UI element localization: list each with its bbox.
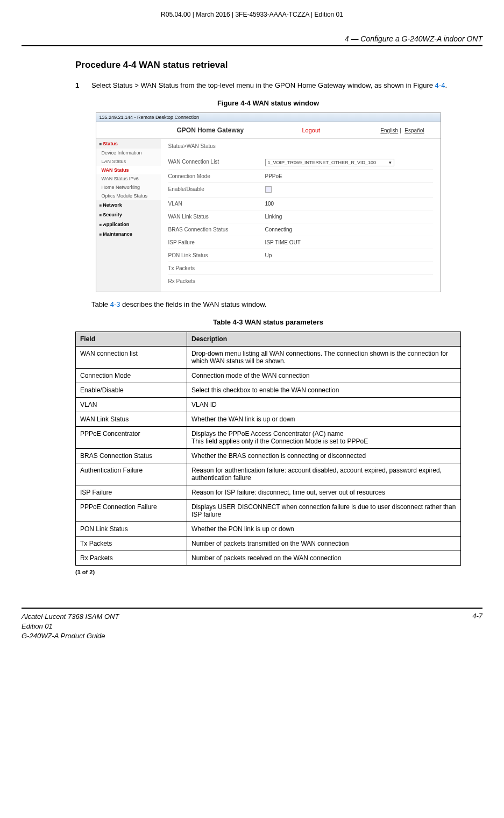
wan-status-parameters-table: Field Description WAN connection listDro… xyxy=(75,332,461,566)
status-row-label: WAN Connection List xyxy=(168,159,265,166)
table-row: BRAS Connection StatusWhether the BRAS c… xyxy=(76,449,461,463)
table-row: PPPoE ConcentratorDisplays the PPPoE Acc… xyxy=(76,427,461,449)
procedure-title: Procedure 4-4 WAN status retrieval xyxy=(75,60,461,70)
doc-revision-line: R05.04.00 | March 2016 | 3FE-45933-AAAA-… xyxy=(22,11,482,18)
table-cell-description: Whether the BRAS connection is connectin… xyxy=(187,449,461,463)
sidebar-group-security[interactable]: ■Security xyxy=(96,210,161,220)
status-row-label: ISP Failure xyxy=(168,239,265,245)
logout-link[interactable]: Logout xyxy=(302,127,320,133)
status-row-label: PON Link Status xyxy=(168,252,265,258)
rdp-titlebar: 135.249.21.144 - Remote Desktop Connecti… xyxy=(96,113,441,122)
table-cell-field: Connection Mode xyxy=(76,369,187,383)
table-row: WAN connection listDrop-down menu listin… xyxy=(76,347,461,369)
enable-checkbox[interactable] xyxy=(265,186,272,193)
table-row: VLANVLAN ID xyxy=(76,398,461,412)
status-row-value: Up xyxy=(265,252,433,258)
table-cell-field: Rx Packets xyxy=(76,551,187,566)
lang-spanish-link[interactable]: Español xyxy=(404,128,424,133)
table-cell-field: Tx Packets xyxy=(76,537,187,551)
status-row-value xyxy=(265,278,433,284)
square-icon: ■ xyxy=(100,203,102,208)
sidebar-group-maintenance[interactable]: ■Maintenance xyxy=(96,229,161,239)
table-cell-description: Whether the WAN link is up or down xyxy=(187,412,461,427)
step-number: 1 xyxy=(75,81,91,89)
table-cell-field: Authentication Failure xyxy=(76,463,187,485)
table-cell-description: Reason for ISP failure: disconnect, time… xyxy=(187,485,461,500)
status-row-value: Connecting xyxy=(265,227,433,232)
footer-product-line: Alcatel-Lucent 7368 ISAM ONT xyxy=(22,612,119,622)
square-icon: ■ xyxy=(100,213,102,217)
status-row: Tx Packets xyxy=(168,262,433,274)
status-row-label: VLAN xyxy=(168,201,265,207)
footer-guide-line: G-240WZ-A Product Guide xyxy=(22,631,119,641)
table-cell-description: Number of packets received on the WAN co… xyxy=(187,551,461,566)
sidebar-item-wan-status[interactable]: WAN Status xyxy=(96,166,161,174)
table-row: PPPoE Connection FailureDisplays USER DI… xyxy=(76,500,461,522)
table-cell-field: PON Link Status xyxy=(76,522,187,537)
table-cell-field: VLAN xyxy=(76,398,187,412)
chapter-heading: 4 — Configure a G-240WZ-A indoor ONT xyxy=(22,34,482,46)
table-cell-field: WAN connection list xyxy=(76,347,187,369)
wan-connection-dropdown[interactable]: 1_VOIP_TR069_INTERNET_OTHER_R_VID_100 xyxy=(265,159,394,166)
figure-caption: Figure 4-4 WAN status window xyxy=(75,99,461,107)
table-cell-description: Whether the PON link is up or down xyxy=(187,522,461,537)
table-reference-link[interactable]: 4-3 xyxy=(110,300,120,308)
page-footer: Alcatel-Lucent 7368 ISAM ONT Edition 01 … xyxy=(22,608,482,641)
sidebar-group-status[interactable]: ■Status xyxy=(96,139,161,149)
table-row: Enable/DisableSelect this checkbox to en… xyxy=(76,383,461,398)
sidebar-group-application[interactable]: ■Application xyxy=(96,220,161,229)
status-row-label: BRAS Connection Status xyxy=(168,227,265,232)
procedure-step: 1 Select Status > WAN Status from the to… xyxy=(75,81,461,89)
sidebar-item-optics[interactable]: Optics Module Status xyxy=(96,192,161,200)
breadcrumb: Status>WAN Status xyxy=(168,143,433,149)
status-row-value: Linking xyxy=(265,214,433,220)
table-cell-description: Connection mode of the WAN connection xyxy=(187,369,461,383)
status-row: VLAN100 xyxy=(168,197,433,210)
main-panel: Status>WAN Status WAN Connection List1_V… xyxy=(161,139,441,292)
square-icon: ■ xyxy=(100,222,102,227)
wan-status-screenshot: 135.249.21.144 - Remote Desktop Connecti… xyxy=(96,112,441,292)
sidebar-item-home-networking[interactable]: Home Networking xyxy=(96,183,161,192)
status-row-label: Tx Packets xyxy=(168,265,265,271)
sidebar-item-device-info[interactable]: Device Information xyxy=(96,149,161,157)
step-text: Select Status > WAN Status from the top-… xyxy=(91,81,461,89)
sidebar-item-wan-status-ipv6[interactable]: WAN Status IPv6 xyxy=(96,174,161,183)
table-cell-field: ISP Failure xyxy=(76,485,187,500)
table-cell-description: Select this checkbox to enable the WAN c… xyxy=(187,383,461,398)
status-row-label: Enable/Disable xyxy=(168,186,265,194)
table-header-field: Field xyxy=(76,332,187,347)
table-intro-text: Table 4-3 describes the fields in the WA… xyxy=(91,300,461,308)
table-cell-description: VLAN ID xyxy=(187,398,461,412)
table-header-description: Description xyxy=(187,332,461,347)
status-row: Connection ModePPPoE xyxy=(168,170,433,182)
sidebar-item-lan-status[interactable]: LAN Status xyxy=(96,157,161,166)
figure-reference-link[interactable]: 4-4 xyxy=(435,81,445,89)
status-row: Rx Packets xyxy=(168,274,433,287)
table-cell-description: Drop-down menu listing all WAN connectio… xyxy=(187,347,461,369)
page-number: 4-7 xyxy=(472,612,482,641)
status-row-value xyxy=(265,186,433,194)
status-row: PON Link StatusUp xyxy=(168,249,433,262)
table-cell-description: Reason for authentication failure: accou… xyxy=(187,463,461,485)
step-text-part-b: . xyxy=(445,81,447,89)
table-row: Authentication FailureReason for authent… xyxy=(76,463,461,485)
sidebar-group-network[interactable]: ■Network xyxy=(96,200,161,210)
status-row-value: 100 xyxy=(265,201,433,207)
footer-edition-line: Edition 01 xyxy=(22,622,119,631)
table-row: ISP FailureReason for ISP failure: disco… xyxy=(76,485,461,500)
gateway-title: GPON Home Gateway xyxy=(177,126,244,134)
table-row: WAN Link StatusWhether the WAN link is u… xyxy=(76,412,461,427)
status-row: Enable/Disable xyxy=(168,182,433,197)
status-row-label: Connection Mode xyxy=(168,173,265,179)
status-row: BRAS Connection StatusConnecting xyxy=(168,223,433,236)
square-icon: ■ xyxy=(100,232,102,237)
lang-english-link[interactable]: English xyxy=(380,128,398,133)
status-row: ISP FailureISP TIME OUT xyxy=(168,236,433,249)
language-links: English | Español xyxy=(378,128,424,133)
rdp-title-text: 135.249.21.144 - Remote Desktop Connecti… xyxy=(100,115,200,120)
table-cell-field: BRAS Connection Status xyxy=(76,449,187,463)
table-cell-field: WAN Link Status xyxy=(76,412,187,427)
table-cell-description: Number of packets transmitted on the WAN… xyxy=(187,537,461,551)
status-row: WAN Link StatusLinking xyxy=(168,210,433,223)
table-cell-field: PPPoE Connection Failure xyxy=(76,500,187,522)
